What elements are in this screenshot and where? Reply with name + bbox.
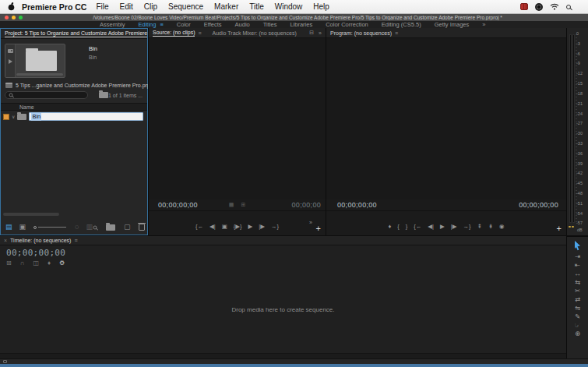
workspace-titles[interactable]: Titles [263,21,277,28]
program-button-editor-plus[interactable]: + [557,224,562,233]
bin-thumbnail[interactable] [5,44,65,78]
menu-help[interactable]: Help [313,2,329,11]
timeline-panel-menu-icon[interactable]: ≡ [74,238,77,243]
source-settings-icon[interactable]: ▦ [229,202,234,208]
list-view-button[interactable]: ▤ [5,224,12,231]
step-forward-button[interactable]: |▶ [259,224,265,230]
source-button-editor-plus[interactable]: + [316,224,321,233]
slip-tool[interactable]: ⇄ [575,296,580,303]
razor-tool[interactable]: ✂ [575,288,580,295]
program-current-timecode[interactable]: 00;00;00;00 [326,201,377,209]
menu-file[interactable]: File [96,2,108,11]
hand-tool[interactable]: ☞ [575,322,581,329]
search-input[interactable] [5,91,88,99]
workspace-color-correction[interactable]: Color Correction [326,21,368,28]
step-back-button[interactable]: ◀| [428,224,434,230]
menubar-recorder-icon[interactable] [520,3,528,10]
chevron-down-icon[interactable]: ∨ [12,114,15,119]
program-panel-menu-icon[interactable]: ≡ [395,30,398,36]
slide-tool[interactable]: ⇋ [575,305,580,312]
label-color-swatch[interactable] [3,114,9,120]
tab-source[interactable]: Source: (no clips) [153,30,195,37]
apple-icon[interactable] [8,2,15,11]
track-select-forward-tool[interactable]: ⇥ [575,253,580,260]
mark-in-button[interactable]: { [397,224,400,230]
zoom-tool[interactable]: ⊕ [575,330,580,337]
sort-icons-button[interactable]: ▥ [86,224,93,231]
tab-program[interactable]: Program: (no sequences) [330,30,392,36]
workspace-overflow-icon[interactable]: » [482,21,485,28]
play-button[interactable]: ▶ [440,224,445,230]
thumbnail-zoom-slider[interactable] [33,226,66,229]
workspace-effects[interactable]: Effects [204,21,222,28]
menu-clip[interactable]: Clip [144,2,157,11]
close-icon[interactable]: × [4,238,7,243]
mark-out-button[interactable]: } [406,224,408,230]
source-transport-overflow-icon[interactable]: » [309,220,312,225]
new-bin-button[interactable] [106,224,115,231]
clear-button[interactable] [139,224,145,231]
menu-sequence[interactable]: Sequence [168,2,203,11]
project-file-row[interactable]: 5 Tips ...ganize and Customize Adobe Pre… [1,78,147,88]
rate-stretch-tool[interactable]: ⇆ [575,279,580,286]
lift-button[interactable]: ⇞ [477,224,481,230]
workspace-audio[interactable]: Audio [235,21,250,28]
automate-to-sequence-button[interactable]: ◌ [75,224,79,231]
tab-audio-track-mixer[interactable]: Audio Track Mixer: (no sequences) [213,30,297,36]
nest-toggle-icon[interactable]: ⊞ [6,259,12,266]
close-window-button[interactable] [5,16,9,19]
workspace-editing-cs55[interactable]: Editing (CS5.5) [382,21,421,28]
ripple-edit-tool[interactable]: ⇤ [575,262,580,269]
timeline-drop-zone[interactable]: Drop media here to create sequence. [0,270,566,349]
workspace-menu-icon[interactable]: ≡ [160,21,163,28]
app-menu-title[interactable]: Premiere Pro CC [22,2,86,12]
linked-selection-icon[interactable]: ◫ [33,259,39,266]
bin-rename-input[interactable]: Bin [29,112,143,121]
project-horizontal-scrollbar[interactable] [3,213,59,216]
extract-button[interactable]: ⇟ [488,224,493,230]
name-column-header[interactable]: Name [1,103,147,111]
find-button[interactable] [93,225,97,229]
tab-timeline[interactable]: Timeline: (no sequences) [10,238,71,243]
menu-title[interactable]: Title [249,2,264,11]
filter-bin-icon[interactable] [99,92,108,98]
go-to-out-button[interactable]: →} [463,224,470,230]
add-marker-icon[interactable]: ♦ [48,259,51,266]
bin-list-row[interactable]: ∨ Bin [1,111,147,122]
rolling-edit-tool[interactable]: ↔ [574,270,581,277]
play-icon[interactable] [9,59,12,64]
thumbnail-scrubber[interactable] [16,73,63,76]
workspace-getty-images[interactable]: Getty Images [435,21,470,28]
menu-edit[interactable]: Edit [120,2,133,11]
workspace-assembly[interactable]: Assembly [100,21,125,28]
go-to-in-button[interactable]: {← [195,224,203,230]
workspace-color[interactable]: Color [177,21,191,28]
minimize-window-button[interactable] [12,16,16,19]
spotlight-search-icon[interactable] [566,5,571,9]
menu-window[interactable]: Window [275,2,303,11]
timeline-current-timecode[interactable]: 00;00;00;00 [0,245,566,258]
play-in-out-button[interactable]: {▶} [234,224,242,230]
new-item-button[interactable]: ▢ [124,224,131,231]
panel-options-icon[interactable]: ⊟ [309,30,314,36]
add-marker-button[interactable]: ♦ [388,224,391,230]
step-back-button[interactable]: ◀| [209,224,216,230]
workspace-editing[interactable]: Editing [139,21,157,28]
go-to-out-button[interactable]: →} [271,224,279,230]
export-frame-button[interactable]: ▣ [222,224,227,230]
snap-icon[interactable]: ∩ [20,259,25,266]
menu-marker[interactable]: Marker [214,2,238,11]
menubar-camera-icon[interactable] [535,3,543,11]
pen-tool[interactable]: ✎ [575,313,580,320]
selection-tool[interactable] [574,241,581,251]
export-frame-button[interactable]: ◉ [499,224,505,230]
step-forward-button[interactable]: |▶ [451,224,457,230]
timeline-settings-wrench-icon[interactable]: ⚙ [59,259,65,266]
source-header-overflow-icon[interactable]: » [319,30,322,36]
go-to-in-button[interactable]: {← [414,224,421,230]
tab-project[interactable]: Project: 5 Tips to Organize and Customiz… [5,30,147,37]
zoom-slider-handle[interactable] [33,226,37,229]
source-drag-av-icon[interactable]: ⊞ [241,202,245,208]
icon-view-button[interactable]: ▣ [19,224,26,231]
workspace-libraries[interactable]: Libraries [290,21,312,28]
